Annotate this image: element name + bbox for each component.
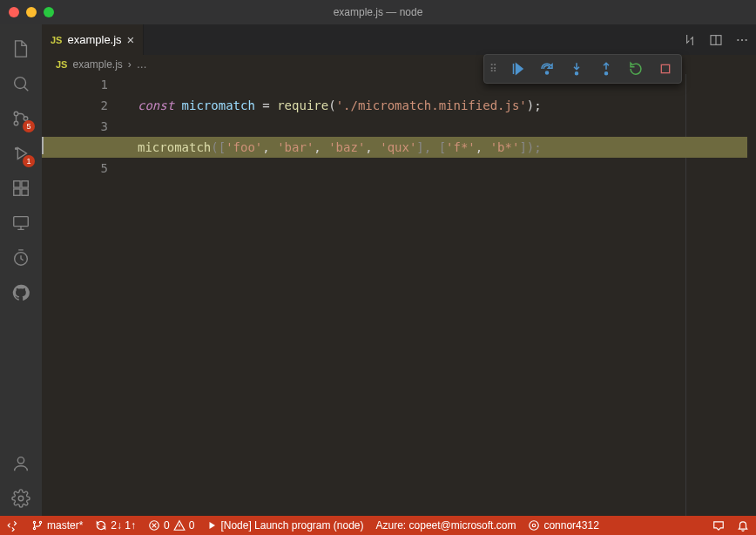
settings-gear-icon[interactable]	[0, 481, 42, 516]
svg-point-11	[17, 457, 24, 464]
restart-button[interactable]	[625, 58, 646, 79]
svg-point-23	[39, 521, 41, 523]
stop-button[interactable]	[655, 58, 676, 79]
code-line[interactable]	[138, 158, 747, 179]
remote-explorer-icon[interactable]	[0, 206, 42, 240]
more-actions-icon[interactable]	[735, 33, 749, 47]
git-sync[interactable]: 2↓ 1↑	[95, 519, 136, 532]
remote-indicator[interactable]	[7, 519, 19, 532]
source-control-icon[interactable]: 5	[0, 101, 42, 136]
svg-rect-7	[22, 189, 28, 195]
svg-rect-9	[14, 217, 29, 227]
minimize-window-button[interactable]	[26, 7, 37, 17]
svg-point-25	[530, 521, 539, 531]
line-number: 3	[42, 116, 125, 137]
titlebar: example.js — node	[0, 0, 756, 24]
line-number: 2	[42, 95, 125, 116]
svg-point-15	[741, 38, 743, 40]
js-file-icon: JS	[51, 35, 62, 45]
problems[interactable]: 0 0	[148, 519, 194, 532]
search-icon[interactable]	[0, 66, 42, 101]
scm-badge: 5	[23, 120, 35, 132]
breadcrumb-more: …	[137, 58, 147, 71]
run-debug-icon[interactable]: 1	[0, 136, 42, 171]
svg-point-12	[18, 496, 24, 501]
js-file-icon: JS	[56, 59, 67, 70]
git-branch[interactable]: master*	[31, 519, 83, 532]
breadcrumb-file: example.js	[72, 58, 122, 71]
svg-point-26	[533, 524, 537, 527]
continue-button[interactable]	[507, 58, 528, 79]
statusbar: master* 2↓ 1↑ 0 0 [Node] Launch program …	[0, 516, 756, 535]
svg-point-1	[14, 112, 18, 116]
cursor	[42, 137, 44, 154]
tab-label: example.js	[67, 33, 121, 46]
notifications-icon[interactable]	[737, 519, 749, 532]
breadcrumb-chevron-icon: ›	[128, 58, 132, 71]
step-over-button[interactable]	[537, 58, 557, 79]
step-into-button[interactable]	[566, 58, 587, 79]
activity-bar: 5 1	[0, 24, 42, 516]
code-line-current[interactable]: micromatch(['foo', 'bar', 'baz', 'qux'],…	[42, 137, 747, 158]
svg-point-19	[605, 72, 608, 75]
azure-account[interactable]: Azure: copeet@microsoft.com	[376, 519, 516, 532]
tab-example-js[interactable]: JS example.js ×	[42, 24, 144, 55]
debug-badge: 1	[23, 155, 35, 167]
github-icon[interactable]	[0, 275, 42, 310]
svg-point-22	[33, 527, 35, 529]
editor-area: JS example.js × JS example.js › …	[42, 24, 756, 516]
debug-toolbar: ⠿	[483, 54, 682, 84]
timer-icon[interactable]	[0, 240, 42, 275]
accounts-icon[interactable]	[0, 446, 42, 481]
svg-rect-8	[22, 181, 28, 187]
split-editor-icon[interactable]	[709, 33, 723, 47]
svg-point-17	[546, 71, 549, 74]
close-tab-icon[interactable]: ×	[127, 32, 135, 47]
maximize-window-button[interactable]	[44, 7, 54, 17]
window-title: example.js — node	[334, 6, 423, 18]
compare-changes-icon[interactable]	[683, 33, 697, 47]
tabs-row: JS example.js ×	[42, 24, 756, 55]
feedback-icon[interactable]	[712, 519, 725, 532]
svg-rect-6	[14, 189, 20, 195]
extensions-icon[interactable]	[0, 171, 42, 206]
editor-body[interactable]: 1 2 3 4 5 const micromatch = require('./…	[42, 74, 756, 516]
svg-point-18	[576, 72, 578, 75]
explorer-icon[interactable]	[0, 31, 42, 66]
svg-point-4	[16, 148, 17, 150]
live-share[interactable]: connor4312	[528, 519, 598, 532]
svg-point-16	[746, 38, 747, 40]
svg-point-14	[737, 38, 739, 40]
line-number: 5	[42, 158, 125, 179]
line-number: 1	[42, 74, 125, 95]
drag-handle-icon[interactable]: ⠿	[489, 63, 498, 75]
svg-rect-20	[661, 64, 669, 72]
code-line[interactable]: const micromatch = require('./micromatch…	[138, 95, 747, 116]
debug-launch-config[interactable]: [Node] Launch program (node)	[206, 519, 363, 532]
close-window-button[interactable]	[9, 7, 19, 17]
step-out-button[interactable]	[596, 58, 617, 79]
svg-point-0	[15, 78, 26, 89]
svg-rect-5	[14, 181, 20, 187]
svg-point-21	[33, 521, 35, 523]
svg-point-2	[14, 121, 18, 125]
code-line[interactable]	[138, 116, 747, 137]
